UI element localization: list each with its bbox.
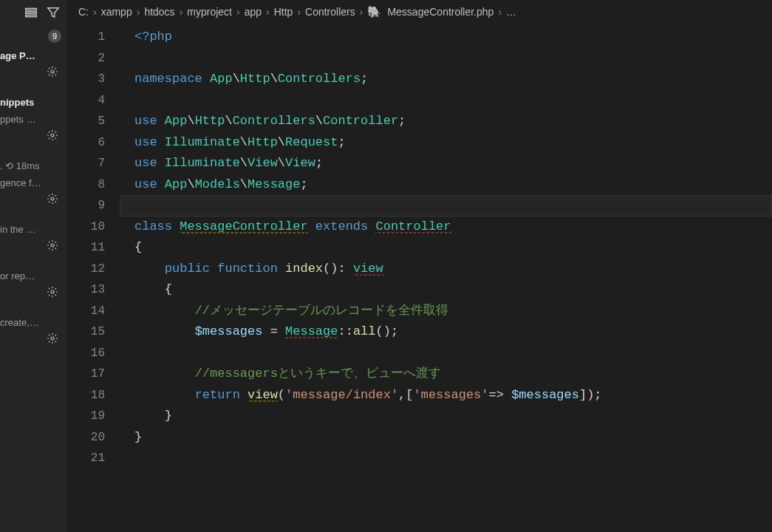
svg-point-6 <box>51 244 54 247</box>
line-number: 8 <box>68 174 120 196</box>
gear-icon[interactable] <box>0 284 67 304</box>
php-file-icon: 🐘 <box>367 5 381 18</box>
line-number: 4 <box>68 90 120 112</box>
code-line[interactable]: class MessageController extends Controll… <box>120 216 772 238</box>
sidebar-section-sub: create,… <box>0 314 67 331</box>
gear-icon[interactable] <box>0 331 67 350</box>
code-area[interactable]: <?phpnamespace App\Http\Controllers;use … <box>120 24 772 532</box>
sidebar-panel: 9 age P…nippetsppets …. ⟲ 18msgence f…in… <box>0 0 68 532</box>
line-number: 18 <box>68 385 120 406</box>
line-number: 3 <box>68 69 120 90</box>
breadcrumb-segment[interactable]: Http <box>274 6 293 18</box>
svg-point-8 <box>51 337 54 340</box>
line-number: 9 <box>68 195 120 216</box>
code-line[interactable]: { <box>120 237 772 259</box>
line-number: 19 <box>68 406 120 427</box>
sidebar-timing: . ⟲ 18ms <box>0 157 67 174</box>
chevron-right-icon: › <box>236 6 240 18</box>
svg-point-5 <box>51 197 54 200</box>
code-line[interactable]: } <box>120 406 772 427</box>
code-line[interactable] <box>120 48 772 69</box>
svg-rect-0 <box>26 8 37 10</box>
sidebar-badge: 9 <box>48 30 61 43</box>
editor-main: C:›xampp›htdocs›myproject›app›Http›Contr… <box>68 0 772 532</box>
line-number: 16 <box>68 343 120 364</box>
line-number: 21 <box>68 448 120 469</box>
breadcrumb-segment[interactable]: C: <box>78 6 89 18</box>
line-number: 10 <box>68 216 120 238</box>
code-line[interactable]: { <box>120 279 772 301</box>
code-line[interactable]: use Illuminate\Http\Request; <box>120 132 772 154</box>
code-line[interactable]: public function index(): view <box>120 259 772 280</box>
code-line[interactable]: namespace App\Http\Controllers; <box>120 69 772 90</box>
code-line[interactable]: //messagersというキーで、ビューへ渡す <box>120 364 772 385</box>
line-number: 1 <box>68 27 120 48</box>
line-number: 2 <box>68 48 120 69</box>
filter-icon[interactable] <box>45 4 61 21</box>
breadcrumb-segment[interactable]: … <box>506 6 516 18</box>
code-line[interactable] <box>120 448 772 469</box>
line-number: 11 <box>68 237 120 259</box>
code-line[interactable]: } <box>120 427 772 449</box>
chevron-right-icon: › <box>137 6 140 18</box>
chevron-right-icon: › <box>360 6 363 18</box>
line-number: 5 <box>68 111 120 132</box>
code-line[interactable]: use App\Http\Controllers\Controller; <box>120 111 772 132</box>
line-number: 13 <box>68 279 120 301</box>
svg-point-3 <box>51 70 54 73</box>
breadcrumb-segment[interactable]: myproject <box>187 6 232 18</box>
code-line[interactable]: use App\Models\Message; <box>120 174 772 196</box>
sidebar-toolbar <box>0 0 67 25</box>
line-number: 7 <box>68 153 120 174</box>
code-line[interactable]: use Illuminate\View\View; <box>120 153 772 174</box>
breadcrumb-segment[interactable]: Controllers <box>305 6 355 18</box>
sidebar-section-sub: in the … <box>0 221 67 238</box>
code-line[interactable]: //メッセージテーブルのレコードを全件取得 <box>120 301 772 322</box>
code-line[interactable] <box>120 195 772 216</box>
code-line[interactable] <box>120 90 772 112</box>
line-number: 12 <box>68 259 120 280</box>
svg-rect-2 <box>26 15 37 16</box>
breadcrumb-segment[interactable]: app <box>245 6 262 18</box>
gear-icon[interactable] <box>0 238 67 257</box>
breadcrumb-segment[interactable]: xampp <box>101 6 132 18</box>
chevron-right-icon: › <box>93 6 97 18</box>
chevron-right-icon: › <box>266 6 270 18</box>
breadcrumb-segment[interactable]: htdocs <box>144 6 174 18</box>
line-gutter: 123456789101112131415161718192021 <box>68 24 120 532</box>
code-line[interactable] <box>120 343 772 364</box>
sidebar-section-sub: gence f… <box>0 174 67 191</box>
line-number: 6 <box>68 132 120 154</box>
code-editor[interactable]: 123456789101112131415161718192021 <?phpn… <box>68 24 772 532</box>
svg-rect-1 <box>26 12 37 13</box>
sidebar-section-sub: ppets … <box>0 111 67 128</box>
chevron-right-icon: › <box>498 6 502 18</box>
line-number: 20 <box>68 427 120 449</box>
breadcrumb-segment[interactable]: MessageController.php <box>387 6 493 18</box>
svg-point-4 <box>51 134 54 137</box>
chevron-right-icon: › <box>297 6 301 18</box>
sidebar-section-title[interactable]: age P… <box>0 47 67 64</box>
svg-point-7 <box>51 290 54 293</box>
code-line[interactable]: $messages = Message::all(); <box>120 321 772 343</box>
sidebar-section-sub: or rep… <box>0 267 67 284</box>
line-number: 17 <box>68 364 120 385</box>
code-line[interactable]: <?php <box>120 27 772 48</box>
code-line[interactable]: return view('message/index',['messages'=… <box>120 385 772 406</box>
breadcrumb[interactable]: C:›xampp›htdocs›myproject›app›Http›Contr… <box>68 0 772 24</box>
sidebar-section-title[interactable]: nippets <box>0 94 67 111</box>
gear-icon[interactable] <box>0 191 67 211</box>
line-number: 15 <box>68 321 120 343</box>
chevron-right-icon: › <box>180 6 183 18</box>
list-icon[interactable] <box>23 4 39 21</box>
line-number: 14 <box>68 301 120 322</box>
gear-icon[interactable] <box>0 64 67 83</box>
gear-icon[interactable] <box>0 128 67 147</box>
